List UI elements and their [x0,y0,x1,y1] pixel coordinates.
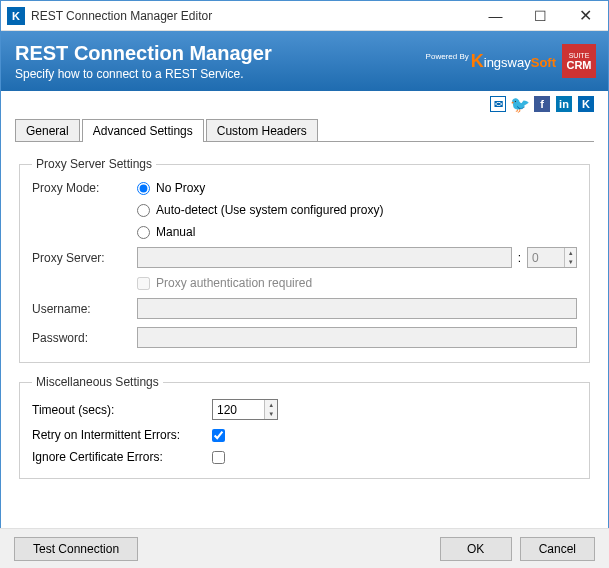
tab-custom-headers[interactable]: Custom Headers [206,119,318,142]
spinner-down-icon[interactable]: ▼ [265,410,277,420]
proxy-legend: Proxy Server Settings [32,157,156,171]
retry-checkbox[interactable] [212,429,225,442]
tab-content: Proxy Server Settings Proxy Mode: No Pro… [1,143,608,479]
ignore-cert-checkbox[interactable] [212,451,225,464]
footer: Test Connection OK Cancel [0,528,609,568]
misc-settings-group: Miscellaneous Settings Timeout (secs): ▲… [19,375,590,479]
proxy-port-spinner[interactable]: ▲▼ [527,247,577,268]
username-input[interactable] [137,298,577,319]
tabs: General Advanced Settings Custom Headers [1,119,608,142]
proxy-mode-no-proxy[interactable]: No Proxy [137,181,383,195]
spinner-up-icon[interactable]: ▲ [565,248,576,258]
cancel-button[interactable]: Cancel [520,537,595,561]
proxy-mode-manual[interactable]: Manual [137,225,383,239]
timeout-spinner[interactable]: ▲▼ [212,399,278,420]
spinner-up-icon[interactable]: ▲ [265,400,277,410]
kingswaysoft-logo: Powered By KingswaySoft [428,51,556,72]
tab-general[interactable]: General [15,119,80,142]
test-connection-button[interactable]: Test Connection [14,537,138,561]
radio-auto-detect-label: Auto-detect (Use system configured proxy… [156,203,383,217]
maximize-button[interactable]: ☐ [518,1,563,31]
username-label: Username: [32,302,137,316]
password-label: Password: [32,331,137,345]
radio-no-proxy-label: No Proxy [156,181,205,195]
port-separator: : [518,251,521,265]
radio-auto-detect[interactable] [137,204,150,217]
radio-manual-label: Manual [156,225,195,239]
radio-no-proxy[interactable] [137,182,150,195]
ok-button[interactable]: OK [440,537,512,561]
proxy-auth-label: Proxy authentication required [156,276,312,290]
social-links: ✉ 🐦 f in K [1,91,608,117]
tab-advanced-settings[interactable]: Advanced Settings [82,119,204,142]
header-banner: REST Connection Manager Specify how to c… [1,31,608,91]
proxy-settings-group: Proxy Server Settings Proxy Mode: No Pro… [19,157,590,363]
proxy-auth-checkbox[interactable] [137,277,150,290]
k-icon[interactable]: K [578,96,594,112]
window-title: REST Connection Manager Editor [31,9,473,23]
app-icon: K [7,7,25,25]
proxy-server-label: Proxy Server: [32,251,137,265]
retry-label: Retry on Intermittent Errors: [32,428,212,442]
proxy-mode-auto-detect[interactable]: Auto-detect (Use system configured proxy… [137,203,383,217]
password-input[interactable] [137,327,577,348]
linkedin-icon[interactable]: in [556,96,572,112]
facebook-icon[interactable]: f [534,96,550,112]
timeout-label: Timeout (secs): [32,403,212,417]
suitecrm-logo: SUITE CRM [562,44,596,78]
spinner-down-icon[interactable]: ▼ [565,258,576,268]
timeout-input[interactable] [213,400,264,419]
twitter-icon[interactable]: 🐦 [512,96,528,112]
proxy-port-input[interactable] [528,248,564,267]
close-button[interactable]: ✕ [563,1,608,31]
titlebar: K REST Connection Manager Editor — ☐ ✕ [1,1,608,31]
proxy-server-input[interactable] [137,247,512,268]
mail-icon[interactable]: ✉ [490,96,506,112]
minimize-button[interactable]: — [473,1,518,31]
radio-manual[interactable] [137,226,150,239]
misc-legend: Miscellaneous Settings [32,375,163,389]
ignore-cert-label: Ignore Certificate Errors: [32,450,212,464]
proxy-mode-label: Proxy Mode: [32,181,137,195]
